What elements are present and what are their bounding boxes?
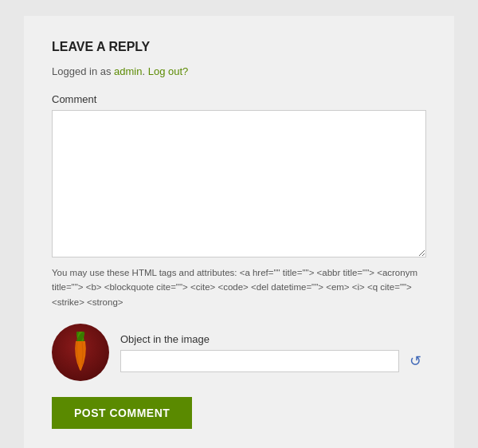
captcha-image (52, 324, 109, 381)
post-comment-button[interactable]: POST COMMENT (52, 397, 192, 429)
html-tags-notice: You may use these HTML tags and attribut… (52, 265, 426, 309)
captcha-input[interactable] (120, 350, 399, 372)
main-container: LEAVE A REPLY Logged in as admin. Log ou… (24, 16, 454, 448)
refresh-icon: ↺ (409, 352, 421, 370)
comment-label: Comment (52, 93, 426, 105)
admin-link[interactable]: admin (114, 65, 142, 77)
page-title: LEAVE A REPLY (52, 40, 426, 54)
captcha-input-row: ↺ (120, 350, 426, 372)
captcha-right: Object in the image ↺ (120, 333, 426, 372)
captcha-refresh-button[interactable]: ↺ (404, 350, 426, 372)
logout-link[interactable]: Log out? (148, 65, 189, 77)
logged-in-notice: Logged in as admin. Log out? (52, 65, 426, 77)
captcha-label: Object in the image (120, 333, 426, 345)
carrot-svg (61, 332, 100, 373)
logged-in-prefix: Logged in as (52, 65, 114, 77)
captcha-row: Object in the image ↺ (52, 324, 426, 381)
comment-textarea[interactable] (52, 110, 426, 257)
